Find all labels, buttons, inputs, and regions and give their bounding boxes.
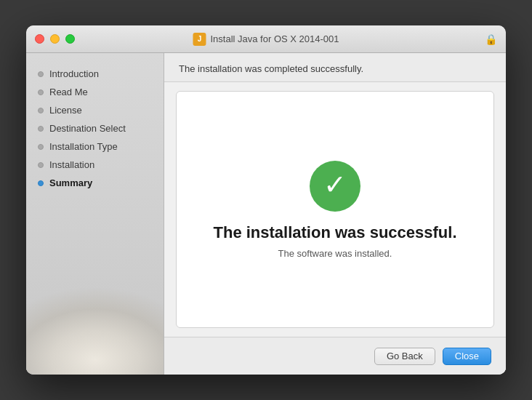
dot-summary	[38, 180, 44, 186]
go-back-button[interactable]: Go Back	[374, 348, 435, 365]
sidebar-item-installation-type[interactable]: Installation Type	[26, 137, 164, 156]
close-button-main[interactable]: Close	[443, 348, 491, 365]
sidebar-label-installation-type: Installation Type	[49, 141, 118, 152]
sidebar-item-destination-select[interactable]: Destination Select	[26, 119, 164, 137]
main-panel: The installation was completed successfu…	[164, 53, 506, 375]
dot-readme	[38, 89, 44, 95]
traffic-lights	[35, 34, 75, 44]
content-area: Introduction Read Me License Destination…	[26, 53, 506, 375]
window-title-area: J Install Java for OS X 2014-001	[193, 33, 339, 46]
dot-introduction	[38, 71, 44, 77]
window-title: Install Java for OS X 2014-001	[210, 33, 339, 44]
sidebar-item-installation[interactable]: Installation	[26, 156, 164, 174]
installer-window: J Install Java for OS X 2014-001 🔒 Intro…	[26, 25, 506, 375]
sidebar-decoration	[26, 273, 164, 375]
maximize-button[interactable]	[65, 34, 75, 44]
checkmark-icon: ✓	[323, 171, 347, 199]
sidebar-item-summary[interactable]: Summary	[26, 174, 164, 192]
dot-installation-type	[38, 144, 44, 150]
sidebar-label-installation: Installation	[49, 159, 94, 170]
sidebar-item-readme[interactable]: Read Me	[26, 83, 164, 101]
sidebar-item-license[interactable]: License	[26, 101, 164, 119]
lock-icon: 🔒	[485, 33, 497, 45]
bottom-bar: Go Back Close	[164, 337, 506, 375]
success-title: The installation was successful.	[214, 223, 457, 242]
titlebar: J Install Java for OS X 2014-001 🔒	[26, 25, 506, 53]
top-message-text: The installation was completed successfu…	[179, 63, 363, 74]
sidebar-label-license: License	[49, 105, 82, 116]
sidebar-label-introduction: Introduction	[49, 68, 99, 79]
success-icon-circle: ✓	[310, 161, 360, 212]
sidebar-label-readme: Read Me	[49, 87, 88, 97]
dot-license	[38, 108, 44, 113]
close-button[interactable]	[35, 34, 44, 44]
sidebar: Introduction Read Me License Destination…	[26, 53, 164, 375]
dot-installation	[38, 162, 44, 168]
java-icon: J	[193, 33, 206, 46]
success-area: ✓ The installation was successful. The s…	[176, 91, 494, 328]
top-message: The installation was completed successfu…	[164, 53, 506, 82]
minimize-button[interactable]	[50, 34, 60, 44]
sidebar-item-introduction[interactable]: Introduction	[26, 65, 164, 83]
dot-destination-select	[38, 126, 44, 132]
success-subtitle: The software was installed.	[278, 248, 392, 259]
sidebar-label-destination-select: Destination Select	[49, 123, 126, 134]
sidebar-label-summary: Summary	[49, 177, 92, 188]
